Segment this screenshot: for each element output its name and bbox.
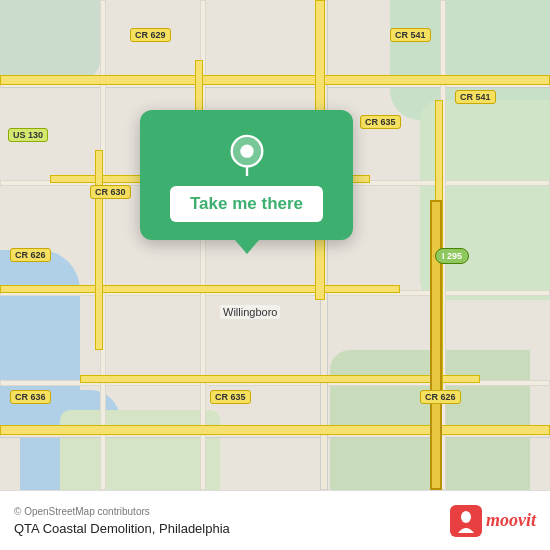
county-road-y6 xyxy=(95,150,103,350)
svg-point-3 xyxy=(461,511,471,523)
county-road-y1 xyxy=(0,75,550,85)
tooltip-container: Take me there xyxy=(140,110,353,254)
county-road-y3 xyxy=(0,285,400,293)
green-area-5 xyxy=(60,410,220,490)
copyright-text: © OpenStreetMap contributors xyxy=(14,506,230,517)
interstate-road-1 xyxy=(430,200,442,490)
map-container: CR 629 CR 541 CR 541 US 130 CR 635 CR 63… xyxy=(0,0,550,490)
county-road-y4 xyxy=(80,375,480,383)
moovit-text: moovit xyxy=(486,510,536,531)
moovit-logo: moovit xyxy=(450,505,536,537)
location-pin-icon xyxy=(229,134,265,176)
svg-point-1 xyxy=(240,145,253,158)
badge-us130: US 130 xyxy=(8,128,48,142)
badge-cr541a: CR 541 xyxy=(390,28,431,42)
location-name: QTA Coastal Demolition, Philadelphia xyxy=(14,521,230,536)
badge-cr626b: CR 626 xyxy=(420,390,461,404)
county-road-y5 xyxy=(0,425,550,435)
badge-cr541b: CR 541 xyxy=(455,90,496,104)
take-me-there-button[interactable]: Take me there xyxy=(170,186,323,222)
green-area-3 xyxy=(0,0,100,80)
location-label: Willingboro xyxy=(220,305,280,319)
badge-cr630: CR 630 xyxy=(90,185,131,199)
tooltip-box: Take me there xyxy=(140,110,353,240)
bottom-bar: © OpenStreetMap contributors QTA Coastal… xyxy=(0,490,550,550)
badge-cr629: CR 629 xyxy=(130,28,171,42)
badge-i295: I 295 xyxy=(435,248,469,264)
moovit-icon xyxy=(450,505,482,537)
badge-cr626a: CR 626 xyxy=(10,248,51,262)
badge-cr636: CR 636 xyxy=(10,390,51,404)
badge-cr635b: CR 635 xyxy=(210,390,251,404)
tooltip-arrow xyxy=(235,240,259,254)
badge-cr635a: CR 635 xyxy=(360,115,401,129)
